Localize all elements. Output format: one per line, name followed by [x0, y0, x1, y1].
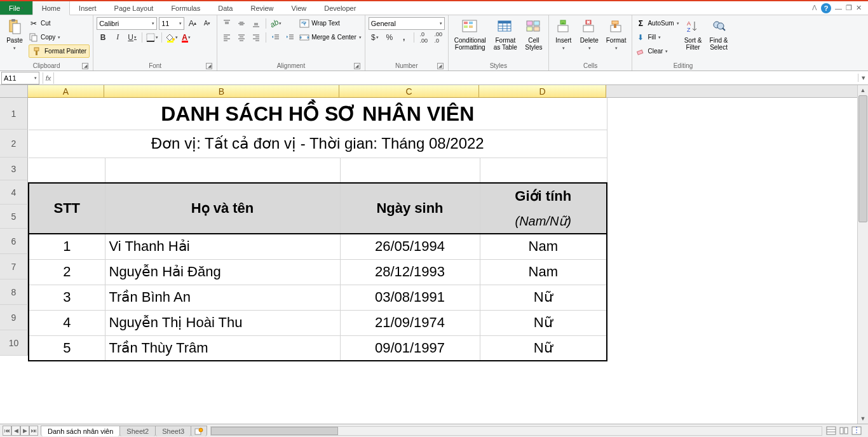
- horizontal-scrollbar[interactable]: [210, 426, 822, 436]
- sheet-nav-first[interactable]: ⏮: [3, 426, 11, 436]
- decrease-indent-button[interactable]: [269, 31, 282, 44]
- row-header-9[interactable]: 9: [0, 305, 28, 330]
- increase-indent-button[interactable]: [284, 31, 297, 44]
- tab-insert[interactable]: Insert: [70, 1, 105, 15]
- delete-cells-button[interactable]: Delete▾: [578, 17, 601, 53]
- sheet-nav-last[interactable]: ⏭: [29, 426, 38, 436]
- sheet-tab-3[interactable]: Sheet3: [155, 426, 191, 436]
- comma-format-button[interactable]: ,: [398, 31, 410, 44]
- font-size-selector[interactable]: 11▾: [159, 17, 184, 30]
- fill-color-button[interactable]: ▾: [165, 31, 178, 44]
- tab-formulas[interactable]: Formulas: [162, 1, 209, 15]
- formula-input[interactable]: [56, 72, 858, 84]
- cell-dob[interactable]: 21/09/1974: [340, 310, 480, 335]
- tab-page-layout[interactable]: Page Layout: [105, 1, 163, 15]
- cell-dob[interactable]: 26/05/1994: [340, 234, 480, 259]
- clipboard-launcher[interactable]: ◢: [82, 63, 88, 69]
- number-format-selector[interactable]: General▾: [369, 17, 445, 30]
- border-button[interactable]: ▾: [146, 31, 158, 44]
- cell-gender[interactable]: Nữ: [480, 285, 607, 310]
- font-launcher[interactable]: ◢: [206, 63, 212, 69]
- paste-button[interactable]: Paste▾: [3, 17, 26, 53]
- align-top-button[interactable]: [220, 17, 233, 30]
- tab-review[interactable]: Review: [241, 1, 282, 15]
- col-headers-rest[interactable]: [606, 85, 868, 98]
- tab-file[interactable]: File▾: [0, 1, 32, 15]
- underline-button[interactable]: U▾: [126, 31, 139, 44]
- scroll-thumb[interactable]: [858, 95, 867, 222]
- cell-gender[interactable]: Nam: [480, 234, 607, 259]
- fill-button[interactable]: ⬇Fill▾: [635, 30, 679, 44]
- percent-format-button[interactable]: %: [383, 31, 396, 44]
- minimize-ribbon-icon[interactable]: ᐱ: [812, 4, 817, 12]
- new-sheet-button[interactable]: [191, 426, 207, 436]
- hdr-gender[interactable]: Giới tính: [480, 183, 607, 208]
- sheet-tab-active[interactable]: Danh sách nhân viên: [41, 426, 120, 436]
- name-box[interactable]: A11▾: [1, 72, 39, 84]
- cell-stt[interactable]: 1: [29, 234, 105, 259]
- cell-name[interactable]: Trần Bình An: [105, 285, 340, 310]
- align-bottom-button[interactable]: [250, 17, 262, 30]
- vertical-scrollbar[interactable]: ▲ ▼: [857, 85, 868, 424]
- help-icon[interactable]: ?: [821, 3, 831, 13]
- window-close-icon[interactable]: ✕: [856, 4, 862, 12]
- conditional-formatting-button[interactable]: Conditional Formatting: [452, 17, 489, 52]
- scroll-down-icon[interactable]: ▼: [858, 413, 868, 424]
- sort-filter-button[interactable]: AZ Sort & Filter: [682, 17, 705, 52]
- cell-gender[interactable]: Nữ: [480, 335, 607, 361]
- number-launcher[interactable]: ◢: [437, 63, 444, 69]
- cell-dob[interactable]: 09/01/1997: [340, 335, 480, 361]
- fx-button[interactable]: fx: [43, 72, 54, 84]
- cell-stt[interactable]: 5: [29, 335, 105, 361]
- cell-name[interactable]: Vi Thanh Hải: [105, 234, 340, 259]
- insert-cells-button[interactable]: Insert▾: [552, 17, 575, 53]
- row-header-5[interactable]: 5: [0, 205, 28, 229]
- alignment-launcher[interactable]: ◢: [354, 63, 360, 69]
- tab-home[interactable]: Home: [32, 1, 70, 15]
- cell-title[interactable]: DANH SÁCH HỒ SƠ NHÂN VIÊN: [29, 98, 607, 130]
- decrease-decimal-button[interactable]: .00.0: [432, 31, 445, 44]
- clear-button[interactable]: Clear▾: [635, 44, 679, 58]
- increase-font-button[interactable]: A▴: [186, 17, 199, 30]
- tab-view[interactable]: View: [283, 1, 316, 15]
- wrap-text-button[interactable]: abWrap Text: [299, 17, 362, 30]
- scroll-up-icon[interactable]: ▲: [858, 85, 868, 95]
- col-header-c[interactable]: C: [339, 85, 479, 98]
- window-minimize-icon[interactable]: —: [835, 4, 842, 12]
- expand-formula-bar[interactable]: ▾: [858, 74, 868, 82]
- sheet-nav-next[interactable]: ▶: [20, 426, 29, 436]
- row-header-4[interactable]: 4: [0, 180, 28, 205]
- cell-dob[interactable]: 03/08/1991: [340, 285, 480, 310]
- cell-stt[interactable]: 2: [29, 259, 105, 285]
- sheet-tab-2[interactable]: Sheet2: [119, 426, 156, 436]
- cell-stt[interactable]: 3: [29, 285, 105, 310]
- cell-grid[interactable]: DANH SÁCH HỒ SƠ NHÂN VIÊN Đơn vị: Tất cả…: [28, 98, 868, 424]
- cell-gender[interactable]: Nam: [480, 259, 607, 285]
- cell-gender[interactable]: Nữ: [480, 310, 607, 335]
- row-header-10[interactable]: 10: [0, 330, 28, 356]
- bold-button[interactable]: B: [97, 31, 109, 44]
- hdr-name[interactable]: Họ và tên: [105, 183, 340, 234]
- tab-data[interactable]: Data: [209, 1, 241, 15]
- select-all-corner[interactable]: [0, 85, 28, 98]
- cell-subtitle[interactable]: Đơn vị: Tất cả đơn vị - Thời gian: Tháng…: [29, 130, 607, 158]
- cell-dob[interactable]: 28/12/1993: [340, 259, 480, 285]
- increase-decimal-button[interactable]: .0.00: [417, 31, 430, 44]
- format-cells-button[interactable]: Format▾: [604, 17, 629, 53]
- col-header-a[interactable]: A: [28, 85, 104, 98]
- format-as-table-button[interactable]: Format as Table: [491, 17, 520, 52]
- row-header-6[interactable]: 6: [0, 229, 28, 254]
- cell-name[interactable]: Nguyễn Thị Hoài Thu: [105, 310, 340, 335]
- merge-center-button[interactable]: Merge & Center▾: [299, 30, 362, 44]
- autosum-button[interactable]: ΣAutoSum▾: [635, 17, 679, 30]
- decrease-font-button[interactable]: A▾: [201, 17, 214, 30]
- hdr-stt[interactable]: STT: [29, 183, 105, 234]
- hdr-dob[interactable]: Ngày sinh: [340, 183, 480, 234]
- row-header-3[interactable]: 3: [0, 158, 28, 180]
- cell-name[interactable]: Trần Thùy Trâm: [105, 335, 340, 361]
- copy-button[interactable]: Copy▾: [29, 30, 90, 44]
- accounting-format-button[interactable]: $▾: [369, 31, 381, 44]
- view-normal-icon[interactable]: [826, 426, 836, 435]
- cut-button[interactable]: ✂Cut: [29, 17, 90, 30]
- view-layout-icon[interactable]: [839, 426, 849, 435]
